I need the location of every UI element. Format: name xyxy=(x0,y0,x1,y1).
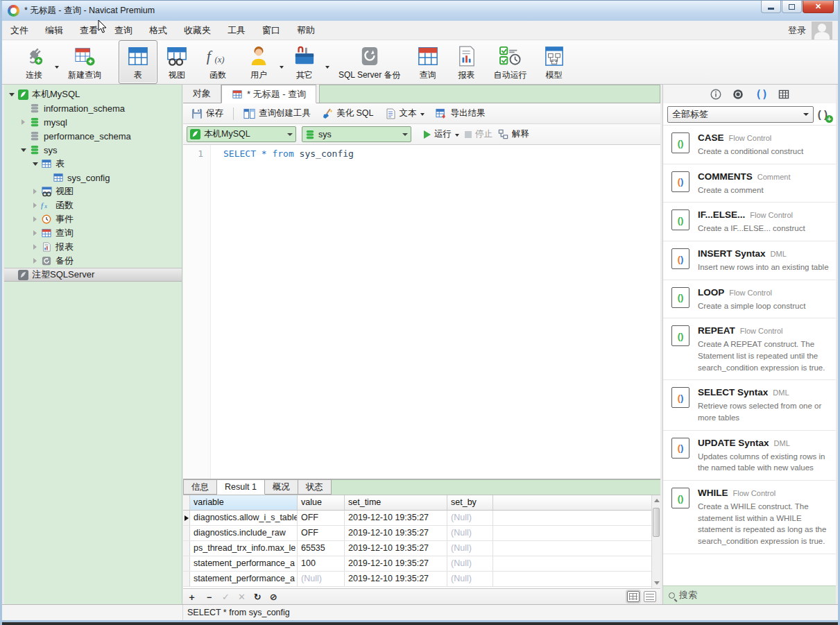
tree-twisty-icon[interactable] xyxy=(31,203,40,208)
dropdown-arrow-icon[interactable] xyxy=(280,66,284,69)
minimize-button[interactable] xyxy=(761,1,781,13)
toolbar-button-模型[interactable]: 模型 xyxy=(535,40,574,84)
menu-item-文件[interactable]: 文件 xyxy=(2,21,37,40)
cell-value[interactable]: (Null) xyxy=(298,572,345,586)
table-row[interactable]: ps_thread_trx_info.max_le655352019-12-10… xyxy=(183,541,660,556)
tree-twisty-icon[interactable] xyxy=(31,258,40,264)
form-view-button[interactable] xyxy=(644,591,656,602)
tree-item-备份[interactable]: 备份 xyxy=(4,254,182,268)
snippet-WHILE[interactable]: () WHILE Flow Control Create a WHILE con… xyxy=(663,481,836,554)
column-header-set_time[interactable]: set_time xyxy=(345,495,447,510)
cell-set_time[interactable]: 2019-12-10 19:35:27 xyxy=(345,556,447,571)
tree-item-performance_schema[interactable]: performance_schema xyxy=(4,129,182,143)
close-button[interactable]: ✕ xyxy=(803,1,834,13)
refresh-button[interactable]: ↻ xyxy=(254,592,262,601)
snippet-IF...ELSE...[interactable]: () IF...ELSE... Flow Control Create a IF… xyxy=(663,203,836,241)
result-tab-状态[interactable]: 状态 xyxy=(298,479,332,495)
run-button[interactable]: 运行 xyxy=(424,128,459,140)
toolbar-button-函数[interactable]: f(x) 函数 xyxy=(196,40,239,84)
text-view-button[interactable]: 文本 xyxy=(381,105,429,121)
column-header-variable[interactable]: variable xyxy=(190,495,298,510)
cell-set_by[interactable]: (Null) xyxy=(447,541,493,556)
cell-value[interactable]: 100 xyxy=(298,556,345,571)
tree-item-事件[interactable]: 事件 xyxy=(4,212,182,226)
table-row[interactable]: statement_performance_a(Null)2019-12-10 … xyxy=(183,572,660,587)
snippet-SELECT Syntax[interactable]: () SELECT Syntax DML Retrieve rows selec… xyxy=(663,380,836,430)
export-result-button[interactable]: 导出结果 xyxy=(431,105,490,121)
stop-query-button[interactable]: ⊘ xyxy=(270,592,277,601)
tree-item-sys[interactable]: sys xyxy=(4,143,182,157)
result-tab-Result 1[interactable]: Result 1 xyxy=(217,479,265,495)
user-avatar[interactable] xyxy=(812,22,832,40)
tree-twisty-icon[interactable] xyxy=(19,119,28,125)
tree-twisty-icon[interactable] xyxy=(31,244,40,250)
tree-item-mysql[interactable]: mysql xyxy=(4,115,182,129)
cell-set_by[interactable]: (Null) xyxy=(447,526,493,540)
column-header-value[interactable]: value xyxy=(298,495,345,510)
dropdown-arrow-icon[interactable] xyxy=(55,66,59,69)
menu-item-查看[interactable]: 查看 xyxy=(71,21,106,40)
menu-item-收藏夹[interactable]: 收藏夹 xyxy=(175,21,219,40)
code-snippets-icon[interactable]: () xyxy=(755,89,767,100)
maximize-button[interactable] xyxy=(782,1,802,13)
add-snippet-button[interactable]: ( )+ xyxy=(818,108,832,120)
snippet-LOOP[interactable]: () LOOP Flow Control Create a simple loo… xyxy=(663,280,836,319)
delete-row-button[interactable]: － xyxy=(205,592,214,601)
add-row-button[interactable]: ＋ xyxy=(187,592,196,601)
tree-item-视图[interactable]: 视图 xyxy=(4,185,182,198)
database-select[interactable]: sys xyxy=(302,126,411,142)
toolbar-button-SQL Server 备份[interactable]: SQL Server 备份 xyxy=(331,40,409,84)
menu-item-格式[interactable]: 格式 xyxy=(141,21,175,40)
save-button[interactable]: 保存 xyxy=(187,105,228,121)
cell-set_by[interactable]: (Null) xyxy=(447,556,493,571)
grid-scrollbar[interactable] xyxy=(651,495,660,588)
beautify-sql-button[interactable]: 美化 SQL xyxy=(318,105,378,121)
connection-select[interactable]: 本机MySQL xyxy=(187,126,296,142)
tree-item-information_schema[interactable]: information_schema xyxy=(4,101,182,115)
menu-item-编辑[interactable]: 编辑 xyxy=(37,21,71,40)
cell-variable[interactable]: diagnostics.allow_i_s_table xyxy=(190,511,298,525)
snippet-CASE[interactable]: () CASE Flow Control Create a conditiona… xyxy=(663,126,836,164)
tree-item-报表[interactable]: 报表 xyxy=(4,240,182,254)
cell-variable[interactable]: diagnostics.include_raw xyxy=(190,526,298,540)
cell-value[interactable]: 65535 xyxy=(298,541,345,556)
tree-twisty-icon[interactable] xyxy=(31,162,40,166)
table-row[interactable]: diagnostics.allow_i_s_tableOFF2019-12-10… xyxy=(183,511,660,526)
cell-value[interactable]: OFF xyxy=(298,526,345,540)
text-dropdown-arrow-icon[interactable] xyxy=(420,113,425,116)
toolbar-button-自动运行[interactable]: 自动运行 xyxy=(486,40,535,84)
tree-item-注塑SQLServer[interactable]: 注塑SQLServer xyxy=(4,268,182,282)
query-builder-button[interactable]: 查询创建工具 xyxy=(239,105,315,121)
menu-item-帮助[interactable]: 帮助 xyxy=(289,21,323,40)
snippet-UPDATE Syntax[interactable]: () UPDATE Syntax DML Updates columns of … xyxy=(663,431,836,481)
run-dropdown-arrow-icon[interactable] xyxy=(455,134,459,137)
tree-twisty-icon[interactable] xyxy=(31,216,40,222)
cell-variable[interactable]: statement_performance_a xyxy=(190,572,298,586)
cell-variable[interactable]: ps_thread_trx_info.max_le xyxy=(190,541,298,556)
login-link[interactable]: 登录 xyxy=(788,24,806,37)
tree-twisty-icon[interactable] xyxy=(19,148,28,152)
toolbar-button-用户[interactable]: 用户 xyxy=(239,40,278,84)
cell-set_by[interactable]: (Null) xyxy=(447,511,493,525)
sql-editor[interactable]: 1 SELECT * from sys_config xyxy=(183,145,660,479)
cell-value[interactable]: OFF xyxy=(298,511,345,525)
tree-item-查询[interactable]: 查询 xyxy=(4,226,182,240)
grid-view-button[interactable] xyxy=(627,591,640,602)
toolbar-button-其它[interactable]: 其它 xyxy=(285,40,324,84)
grid-view-icon[interactable] xyxy=(778,89,789,100)
result-tab-概况[interactable]: 概况 xyxy=(265,479,298,495)
scroll-thumb[interactable] xyxy=(653,508,660,537)
result-tab-信息[interactable]: 信息 xyxy=(183,479,217,495)
tree-item-函数[interactable]: fx 函数 xyxy=(4,198,182,212)
table-row[interactable]: diagnostics.include_rawOFF2019-12-10 19:… xyxy=(183,526,660,541)
preview-eye-icon[interactable] xyxy=(732,89,744,100)
toolbar-button-视图[interactable]: 视图 xyxy=(157,40,196,84)
cell-set_time[interactable]: 2019-12-10 19:35:27 xyxy=(345,572,447,586)
snippet-search[interactable]: 搜索 xyxy=(663,585,836,604)
scroll-up-icon[interactable] xyxy=(654,499,660,502)
sql-code-line[interactable]: SELECT * from sys_config xyxy=(211,145,354,479)
tag-filter-select[interactable]: 全部标签 xyxy=(667,106,814,123)
table-row[interactable]: statement_performance_a1002019-12-10 19:… xyxy=(183,556,660,572)
menu-item-查询[interactable]: 查询 xyxy=(106,21,141,40)
tree-twisty-icon[interactable] xyxy=(31,189,40,194)
